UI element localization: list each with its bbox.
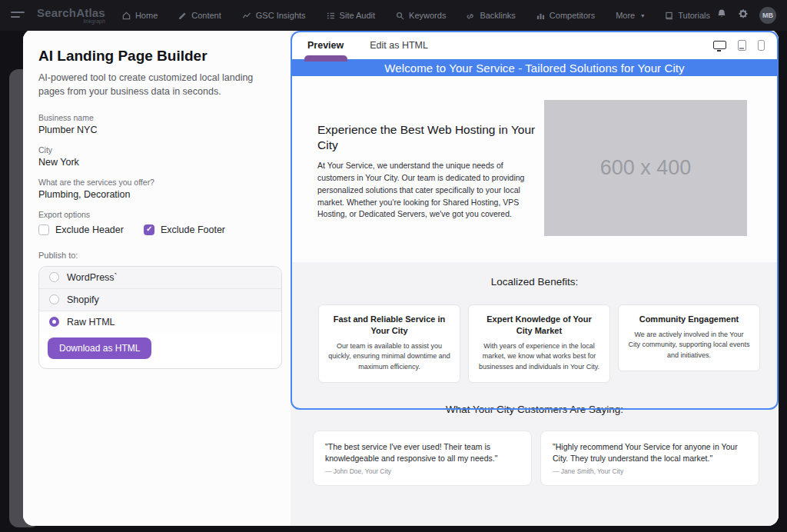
checkbox-label: Exclude Header	[55, 224, 124, 235]
field-label: What are the services you offer?	[38, 178, 294, 187]
hero-heading: Experience the Best Web Hosting in Your …	[317, 122, 542, 153]
home-icon	[122, 12, 131, 20]
nav-label: Site Audit	[340, 11, 375, 20]
radio-label: Raw HTML	[67, 317, 115, 328]
benefit-body: Our team is available to assist you quic…	[328, 341, 450, 373]
radio-selected-icon[interactable]	[49, 317, 59, 327]
benefit-body: We are actively involved in the Your Cit…	[628, 330, 750, 361]
nav-label: Home	[135, 11, 158, 20]
radio-label: Shopify	[67, 294, 99, 305]
desktop-icon[interactable]	[713, 41, 726, 49]
exclude-footer-checkbox[interactable]: Exclude Footer	[144, 224, 225, 235]
page-description: AI-powered tool to create customized loc…	[38, 71, 271, 99]
hero-body: At Your Service, we understand the uniqu…	[317, 160, 542, 221]
business-name-field: Business name Plumber NYC	[38, 113, 294, 135]
chevron-down-icon: ▾	[641, 12, 644, 19]
testimonial-quote: "Highly recommend Your Service for anyon…	[553, 441, 747, 464]
checkbox-unchecked-icon[interactable]	[38, 224, 49, 235]
active-tab-indicator	[304, 55, 347, 62]
testimonials-heading: What Your City Customers Are Saying:	[291, 404, 779, 415]
benefit-title: Community Engagement	[628, 314, 750, 325]
city-field: City New York	[38, 145, 294, 168]
publish-option-shopify[interactable]: Shopify	[39, 289, 281, 311]
benefits-heading: Localized Benefits:	[291, 262, 779, 288]
nav-item-home[interactable]: Home	[122, 11, 158, 20]
export-options-label: Export options	[38, 210, 294, 219]
publish-options: WordPress` Shopify Raw HTML Download as …	[38, 266, 282, 369]
testimonial-cards: "The best service I've ever used! Their …	[291, 415, 779, 485]
search-icon	[396, 12, 404, 20]
nav-item-content[interactable]: Content	[178, 11, 221, 20]
mobile-icon[interactable]	[758, 40, 765, 51]
logo-subtitle: linkgraph	[37, 18, 105, 25]
nav-label: Tutorials	[678, 11, 710, 20]
nav-item-more[interactable]: More ▾	[616, 11, 644, 20]
checkbox-checked-icon[interactable]	[144, 224, 154, 235]
hero-section: Experience the Best Web Hosting in Your …	[291, 76, 779, 262]
city-value[interactable]: New York	[38, 157, 294, 168]
exclude-header-checkbox[interactable]: Exclude Header	[38, 224, 124, 235]
field-label: Business name	[38, 113, 294, 122]
nav-label: Competitors	[550, 11, 595, 20]
nav-label: GSC Insights	[256, 11, 306, 20]
nav-label: More	[616, 11, 635, 20]
benefit-title: Fast and Reliable Service in Your City	[328, 314, 450, 337]
business-name-value[interactable]: Plumber NYC	[38, 125, 294, 135]
gear-icon[interactable]	[738, 8, 749, 22]
testimonial-card: "The best service I've ever used! Their …	[313, 431, 532, 485]
avatar[interactable]: MB	[759, 7, 776, 24]
nav-item-competitors[interactable]: Competitors	[536, 11, 595, 20]
nav-item-keywords[interactable]: Keywords	[396, 11, 446, 20]
benefit-card: Community Engagement We are actively inv…	[618, 304, 760, 371]
export-options: Exclude Header Exclude Footer	[38, 224, 294, 235]
preview-tabs: Preview Edit as HTML	[291, 31, 779, 59]
bell-icon[interactable]	[716, 8, 727, 22]
radio-label: WordPress`	[67, 272, 118, 283]
testimonial-quote: "The best service I've ever used! Their …	[325, 441, 520, 464]
link-icon	[467, 12, 475, 20]
download-as-html-button[interactable]: Download as HTML	[48, 337, 151, 359]
nav-items: Home Content GSC Insights Site Audit Key…	[122, 11, 710, 20]
landing-banner: Welcome to Your Service - Tailored Solut…	[291, 59, 779, 76]
benefit-body: With years of experience in the local ma…	[478, 341, 600, 373]
publish-option-wordpress[interactable]: WordPress`	[39, 267, 281, 289]
line-chart-icon	[242, 12, 251, 20]
nav-right: MB	[716, 7, 776, 24]
nav-label: Keywords	[409, 11, 446, 20]
tab-edit-as-html[interactable]: Edit as HTML	[370, 40, 428, 51]
tablet-icon[interactable]	[738, 40, 746, 51]
tab-preview[interactable]: Preview	[307, 40, 344, 51]
logo-title: SearchAtlas	[37, 7, 105, 18]
field-label: City	[38, 145, 294, 155]
pencil-icon	[178, 12, 187, 20]
bar-chart-icon	[536, 12, 545, 20]
nav-label: Content	[191, 11, 221, 20]
nav-item-gsc-insights[interactable]: GSC Insights	[242, 11, 306, 20]
book-icon	[665, 12, 673, 20]
radio-icon[interactable]	[49, 294, 59, 304]
publish-option-raw-html[interactable]: Raw HTML	[39, 311, 281, 333]
benefit-card: Fast and Reliable Service in Your City O…	[318, 304, 460, 383]
publish-to-label: Publish to:	[38, 251, 294, 260]
services-field: What are the services you offer? Plumbin…	[38, 178, 294, 200]
nav-item-site-audit[interactable]: Site Audit	[327, 11, 375, 20]
testimonial-author: — John Doe, Your City	[325, 467, 520, 475]
nav-label: Backlinks	[480, 11, 515, 20]
benefits-and-testimonials: Localized Benefits: Fast and Reliable Se…	[291, 262, 779, 526]
checkbox-label: Exclude Footer	[161, 224, 225, 235]
landing-page-builder-panel: AI Landing Page Builder AI-powered tool …	[23, 29, 294, 526]
services-value[interactable]: Plumbing, Decoration	[38, 189, 294, 200]
hero-text: Experience the Best Web Hosting in Your …	[317, 122, 542, 221]
device-toggle	[713, 40, 765, 51]
logo[interactable]: SearchAtlas linkgraph	[37, 7, 105, 25]
nav-item-backlinks[interactable]: Backlinks	[467, 11, 515, 20]
testimonial-card: "Highly recommend Your Service for anyon…	[540, 431, 759, 485]
nav-item-tutorials[interactable]: Tutorials	[665, 11, 710, 20]
preview-panel: Preview Edit as HTML Welcome to Your Ser…	[291, 31, 779, 526]
benefit-cards: Fast and Reliable Service in Your City O…	[291, 288, 779, 383]
top-nav: SearchAtlas linkgraph Home Content GSC I…	[0, 0, 787, 31]
menu-icon[interactable]	[11, 11, 25, 20]
radio-icon[interactable]	[49, 272, 59, 282]
checklist-icon	[327, 12, 335, 20]
main-surface: AI Landing Page Builder AI-powered tool …	[23, 29, 779, 526]
